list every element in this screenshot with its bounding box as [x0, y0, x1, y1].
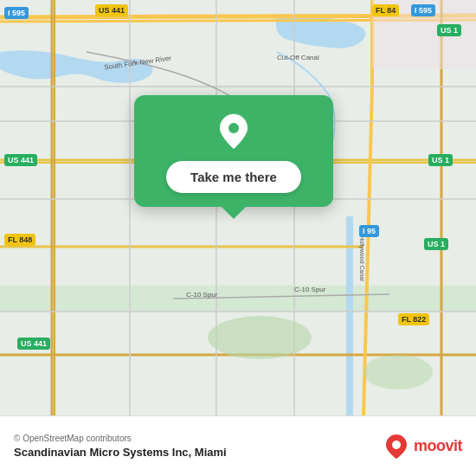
- cut-off-canal-label: Cut-Off Canal: [277, 54, 319, 61]
- moovit-pin-icon: [383, 433, 410, 460]
- c10-spur-label-right: C-10 Spur: [294, 286, 325, 293]
- bottom-bar: © OpenStreetMap contributors Scandinavia…: [0, 415, 476, 476]
- road-badge-i95: I 95: [359, 225, 379, 237]
- road-badge-us1-mid: US 1: [428, 154, 453, 166]
- bottom-left: © OpenStreetMap contributors Scandinavia…: [14, 434, 227, 459]
- road-badge-i595-left: I 595: [4, 7, 29, 19]
- road-badge-us441-mid: US 441: [4, 154, 37, 166]
- location-pin-icon: [213, 111, 254, 152]
- map-container: I 595 US 441 FL 84 I 595 US 1 US 441 US …: [0, 0, 476, 415]
- road-badge-fl84: FL 84: [372, 4, 399, 16]
- road-badge-fl822: FL 822: [398, 313, 429, 325]
- svg-point-27: [392, 441, 401, 449]
- svg-rect-1: [0, 286, 476, 312]
- location-name: Scandinavian Micro Systems Inc, Miami: [14, 446, 227, 459]
- svg-point-26: [228, 123, 239, 133]
- copyright-text: © OpenStreetMap contributors: [14, 434, 227, 443]
- svg-point-24: [363, 355, 433, 389]
- road-badge-us441-low: US 441: [17, 338, 50, 350]
- svg-point-23: [208, 316, 312, 359]
- moovit-brand-text: moovit: [414, 437, 462, 455]
- moovit-logo: moovit: [383, 433, 462, 460]
- popup-card: Take me there: [134, 95, 333, 207]
- road-badge-us1-lower: US 1: [424, 238, 448, 250]
- c10-spur-label-left: C-10 Spur: [186, 291, 217, 299]
- road-badge-us1-top: US 1: [437, 24, 461, 36]
- hollywood-canal-label: Hollywood Canal: [359, 235, 365, 281]
- take-me-there-button[interactable]: Take me there: [166, 161, 301, 193]
- road-badge-fl848: FL 848: [4, 234, 35, 246]
- road-badge-i595-right: I 595: [411, 4, 435, 16]
- road-badge-us441-top: US 441: [95, 4, 128, 16]
